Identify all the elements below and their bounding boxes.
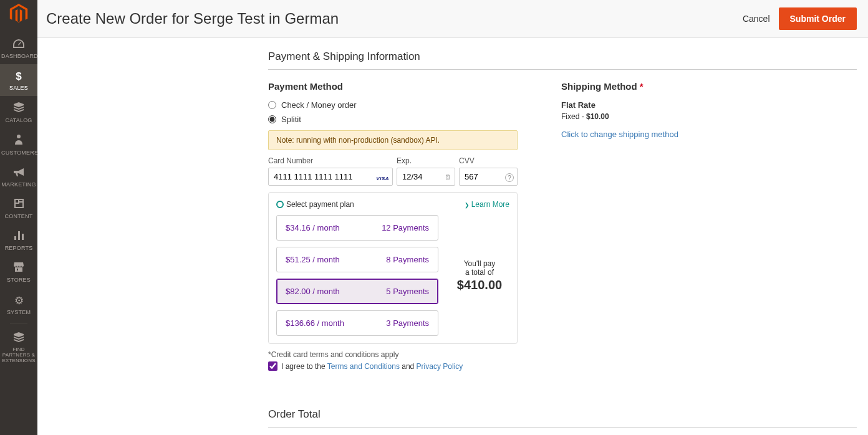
nav-label: CONTENT [1,213,36,219]
card-exp-label: Exp. [397,156,455,165]
card-inputs-row: Card Number VISA Exp. 🗓 CVV ? [268,156,518,186]
admin-sidebar: DASHBOARD $ SALES CATALOG CUSTOMERS MARK… [0,0,37,435]
plan-option-5[interactable]: $82.00 / month 5 Payments [276,279,438,304]
stores-icon [1,262,36,275]
shipping-column: Shipping Method * Flat Rate Fixed - $10.… [561,81,857,371]
nav-stores[interactable]: STORES [0,256,37,288]
plan-price: $82.00 / month [286,287,340,296]
order-total-title: Order Total [268,408,857,428]
nav-catalog[interactable]: CATALOG [0,96,37,128]
total-line1: You'll pay [450,259,509,268]
splitit-brand-icon [276,201,284,208]
nav-label: STORES [1,277,36,283]
nav-dashboard[interactable]: DASHBOARD [0,32,37,64]
nav-label: CATALOG [1,117,36,123]
radio-label: Splitit [281,115,301,124]
nav-reports[interactable]: REPORTS [0,224,37,256]
payment-plan-box: Select payment plan Learn More $34.16 / … [268,192,518,344]
plan-total-summary: You'll pay a total of $410.00 [450,259,509,292]
nav-customers[interactable]: CUSTOMERS [0,128,37,161]
sandbox-note: Note: running with non-production (sandb… [268,130,518,150]
nav-label: FIND PARTNERS & EXTENSIONS [0,347,37,363]
content-icon [1,199,36,211]
plan-count: 5 Payments [386,287,429,296]
plan-price: $34.16 / month [286,223,340,232]
customers-icon [1,135,36,148]
plan-count: 3 Payments [386,318,429,328]
payment-option-check[interactable]: Check / Money order [268,100,518,110]
total-line2: a total of [450,268,509,277]
system-icon: ⚙ [1,294,36,307]
shipping-method-title: Shipping Method * [561,81,857,92]
plan-count: 12 Payments [382,223,429,232]
change-shipping-link[interactable]: Click to change shipping method [561,130,678,139]
magento-logo-icon [9,4,29,24]
main-content: Create New Order for Serge Test in Germa… [37,0,868,435]
privacy-link[interactable]: Privacy Policy [417,362,463,371]
payment-option-splitit[interactable]: Splitit [268,115,518,124]
cancel-button[interactable]: Cancel [743,14,770,24]
cvv-help-icon[interactable]: ? [505,173,514,182]
visa-badge-icon: VISA [376,176,389,181]
nav-separator [10,323,27,323]
total-amount: $410.00 [450,278,509,292]
card-cvv-label: CVV [459,156,518,165]
nav-content[interactable]: CONTENT [0,193,37,224]
nav-partners[interactable]: FIND PARTNERS & EXTENSIONS [0,326,37,368]
nav-label: SALES [1,85,36,91]
nav-label: MARKETING [1,181,36,188]
required-asterisk: * [640,81,644,92]
plan-option-12[interactable]: $34.16 / month 12 Payments [276,215,438,241]
radio-splitit[interactable] [268,115,276,123]
nav-label: DASHBOARD [1,53,36,59]
select-plan-label: Select payment plan [286,200,354,209]
dashboard-icon [1,39,36,51]
reports-icon [1,231,36,243]
payment-method-title: Payment Method [268,81,518,92]
calendar-icon: 🗓 [445,173,451,181]
plan-options-list: $34.16 / month 12 Payments $51.25 / mont… [276,215,438,336]
cc-disclaimer: *Credit card terms and conditions apply [268,350,518,359]
consent-text: I agree to the Terms and Conditions and … [281,362,463,371]
consent-row[interactable]: I agree to the Terms and Conditions and … [268,361,518,371]
terms-link[interactable]: Terms and Conditions [327,362,400,371]
card-number-input[interactable] [268,168,393,186]
nav-sales[interactable]: $ SALES [0,64,37,96]
payment-column: Payment Method Check / Money order Split… [268,81,518,371]
plan-option-3[interactable]: $136.66 / month 3 Payments [276,310,438,336]
page-title: Create New Order for Serge Test in Germa… [46,10,339,27]
catalog-icon [1,102,36,115]
radio-check-money[interactable] [268,101,276,109]
sales-icon: $ [1,70,36,83]
page-header: Create New Order for Serge Test in Germa… [37,0,868,38]
shipping-rate: Fixed - $10.00 [561,112,857,121]
nav-system[interactable]: ⚙ SYSTEM [0,288,37,320]
header-actions: Cancel Submit Order [743,7,857,30]
marketing-icon [1,167,36,179]
nav-label: SYSTEM [1,309,36,315]
payment-shipping-title: Payment & Shipping Information [268,50,857,70]
card-number-label: Card Number [268,156,393,165]
consent-checkbox[interactable] [268,361,277,371]
learn-more-link[interactable]: Learn More [465,200,509,209]
shipping-name: Flat Rate [561,100,857,110]
plan-price: $136.66 / month [286,318,344,328]
nav-marketing[interactable]: MARKETING [0,161,37,193]
radio-label: Check / Money order [281,100,357,110]
plan-option-8[interactable]: $51.25 / month 8 Payments [276,247,438,272]
submit-order-button[interactable]: Submit Order [779,7,857,30]
partners-icon [0,332,37,345]
nav-label: REPORTS [1,245,36,251]
plan-price: $51.25 / month [286,255,340,264]
plan-count: 8 Payments [386,255,429,264]
nav-label: CUSTOMERS [1,150,36,156]
